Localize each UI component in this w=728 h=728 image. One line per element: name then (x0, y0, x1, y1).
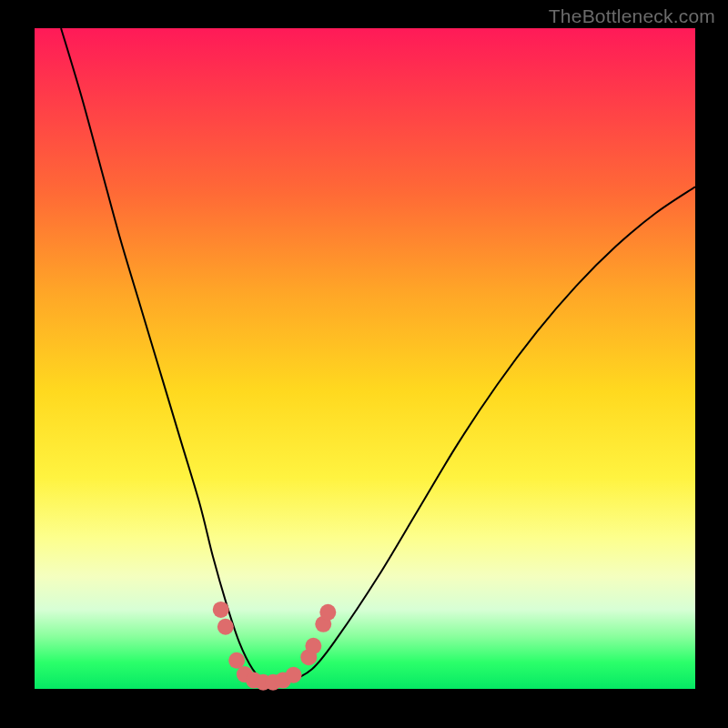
bottleneck-curve (61, 28, 695, 684)
data-marker (286, 667, 302, 683)
plot-area (35, 28, 695, 689)
chart-frame: TheBottleneck.com (0, 0, 728, 728)
data-marker (217, 619, 234, 635)
curve-layer (35, 28, 695, 689)
marker-cluster (213, 602, 337, 691)
watermark-text: TheBottleneck.com (549, 5, 715, 27)
data-marker (213, 602, 229, 618)
data-marker (319, 604, 336, 621)
data-marker (228, 652, 245, 669)
data-marker (305, 638, 321, 654)
